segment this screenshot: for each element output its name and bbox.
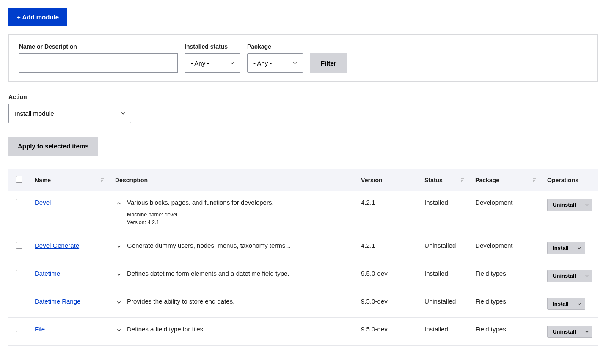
sort-icon: [532, 178, 537, 183]
operation-button[interactable]: Install: [547, 242, 574, 254]
row-checkbox[interactable]: [16, 326, 22, 332]
row-checkbox[interactable]: [16, 242, 22, 249]
filter-name-input[interactable]: [19, 53, 178, 73]
module-name-link[interactable]: Datetime Range: [35, 298, 80, 305]
table-header-package[interactable]: Package: [470, 169, 542, 191]
filter-status-select[interactable]: - Any -: [185, 53, 240, 73]
module-description: Provides the ability to store end dates.: [127, 298, 234, 305]
table-row: DevelVarious blocks, pages, and function…: [8, 191, 598, 234]
operation-dropdown-toggle[interactable]: [581, 270, 592, 282]
chevron-down-icon[interactable]: [115, 298, 123, 306]
module-package: Field types: [470, 290, 542, 318]
module-package: Development: [470, 191, 542, 234]
module-meta: Machine name: develVersion: 4.2.1: [127, 211, 351, 226]
table-header-checkbox: [8, 169, 30, 191]
module-status: Installed: [419, 191, 470, 234]
module-version: 9.5.0-dev: [356, 318, 419, 346]
chevron-up-icon[interactable]: [115, 200, 123, 207]
action-select[interactable]: Install module: [8, 104, 131, 123]
row-checkbox[interactable]: [16, 298, 22, 304]
table-row: Devel GenerateGenerate dummy users, node…: [8, 234, 598, 262]
module-version: 9.5.0-dev: [356, 262, 419, 290]
th-package-text: Package: [475, 177, 499, 183]
operation-dropdown-toggle[interactable]: [581, 326, 592, 338]
filter-name-group: Name or Description: [19, 43, 178, 73]
filter-package-select[interactable]: - Any -: [247, 53, 303, 73]
action-label: Action: [8, 93, 27, 100]
chevron-down-icon[interactable]: [115, 243, 123, 250]
operation-button[interactable]: Uninstall: [547, 270, 581, 282]
module-version: 4.2.1: [356, 234, 419, 262]
module-status: Installed: [419, 318, 470, 346]
module-package: Field types: [470, 318, 542, 346]
operation-button[interactable]: Install: [547, 298, 574, 310]
module-description: Defines a field type for files.: [127, 326, 205, 333]
filter-package-label: Package: [247, 43, 303, 50]
table-header-operations: Operations: [542, 169, 598, 191]
module-name-link[interactable]: Devel: [35, 199, 51, 206]
module-package: Development: [470, 234, 542, 262]
table-header-status[interactable]: Status: [419, 169, 470, 191]
module-name-link[interactable]: File: [35, 326, 45, 333]
module-status: Installed: [419, 262, 470, 290]
module-status: Uninstalled: [419, 234, 470, 262]
select-all-checkbox[interactable]: [16, 176, 22, 183]
table-header-version: Version: [356, 169, 419, 191]
operation-dropdown-toggle[interactable]: [581, 199, 592, 211]
apply-to-selected-button[interactable]: Apply to selected items: [8, 137, 98, 156]
add-module-button[interactable]: + Add module: [8, 8, 67, 26]
operation-button[interactable]: Uninstall: [547, 199, 581, 211]
row-checkbox[interactable]: [16, 270, 22, 276]
sort-icon: [460, 178, 465, 183]
module-description: Various blocks, pages, and functions for…: [127, 199, 274, 206]
filter-name-label: Name or Description: [19, 43, 178, 50]
module-name-link[interactable]: Datetime: [35, 270, 60, 277]
module-version: 4.2.1: [356, 191, 419, 234]
chevron-down-icon[interactable]: [115, 326, 123, 334]
sort-icon: [100, 178, 105, 183]
operation-button[interactable]: Uninstall: [547, 326, 581, 338]
action-section: Action Install module: [8, 93, 598, 123]
filter-package-group: Package - Any -: [247, 43, 303, 73]
module-name-link[interactable]: Devel Generate: [35, 242, 79, 249]
module-description: Generate dummy users, nodes, menus, taxo…: [127, 242, 291, 249]
filter-button[interactable]: Filter: [310, 53, 347, 73]
table-header-description: Description: [110, 169, 356, 191]
module-description: Defines datetime form elements and a dat…: [127, 270, 289, 277]
table-row: DatetimeDefines datetime form elements a…: [8, 262, 598, 290]
filter-status-group: Installed status - Any -: [185, 43, 240, 73]
module-version: 9.5.0-dev: [356, 290, 419, 318]
table-row: FileDefines a field type for files.9.5.0…: [8, 318, 598, 346]
th-status-text: Status: [424, 177, 443, 183]
modules-table: Name Description Version Status Pa: [8, 169, 598, 346]
chevron-down-icon[interactable]: [115, 271, 123, 278]
row-checkbox[interactable]: [16, 199, 22, 205]
th-name-text: Name: [35, 177, 51, 183]
table-header-name[interactable]: Name: [30, 169, 110, 191]
filter-status-label: Installed status: [185, 43, 240, 50]
table-row: Datetime RangeProvides the ability to st…: [8, 290, 598, 318]
module-package: Field types: [470, 262, 542, 290]
filters-panel: Name or Description Installed status - A…: [8, 34, 598, 82]
operation-dropdown-toggle[interactable]: [574, 298, 585, 310]
module-status: Uninstalled: [419, 290, 470, 318]
operation-dropdown-toggle[interactable]: [574, 242, 585, 254]
